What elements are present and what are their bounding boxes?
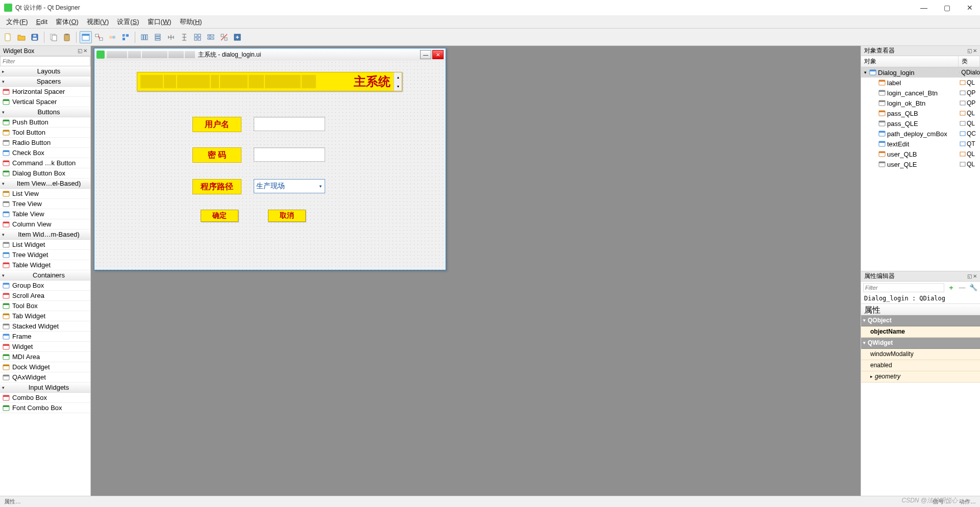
edit-buddies-button[interactable] xyxy=(106,31,118,43)
widget-item[interactable]: Command …k Button xyxy=(0,158,90,168)
widget-item[interactable]: Tool Box xyxy=(0,301,90,311)
window-close-button[interactable]: ✕ xyxy=(964,4,976,12)
widget-item[interactable]: Push Button xyxy=(0,117,90,128)
property-table[interactable]: ▾QObjectobjectName▾QWidgetwindowModality… xyxy=(861,315,980,496)
widget-category[interactable]: ▾Containers xyxy=(0,270,90,281)
path-combobox[interactable]: 生产现场 ▼ xyxy=(254,179,325,193)
inspector-col-class[interactable]: 类 xyxy=(959,56,980,67)
user-input[interactable] xyxy=(254,117,325,131)
widget-item[interactable]: Dialog Button Box xyxy=(0,168,90,179)
layout-form-button[interactable] xyxy=(205,31,217,43)
widget-category[interactable]: ▾Buttons xyxy=(0,107,90,117)
paste-button[interactable] xyxy=(61,31,73,43)
status-action[interactable]: 动作… xyxy=(959,498,976,505)
object-row[interactable]: login_cancel_BtnQP xyxy=(861,88,980,98)
dock-float-icon[interactable]: ◱ xyxy=(967,48,972,54)
cancel-button[interactable]: 取消 xyxy=(268,210,306,222)
pass-label[interactable]: 密 码 xyxy=(192,147,241,163)
form-canvas[interactable]: 主系统 ▴▾ 用户名 密 码 程序路径 生产现场 ▼ 确定 取消 xyxy=(94,61,446,270)
edit-tab-order-button[interactable]: 1 xyxy=(119,31,132,43)
layout-grid-button[interactable] xyxy=(191,31,204,43)
scroll-up-icon[interactable]: ▴ xyxy=(394,72,402,82)
widget-category[interactable]: ▾Input Widgets xyxy=(0,383,90,393)
widget-item[interactable]: Tool Button xyxy=(0,128,90,138)
object-row[interactable]: user_QLBQL xyxy=(861,149,980,159)
form-close-button[interactable]: ✕ xyxy=(432,50,444,59)
widget-list[interactable]: ▸Layouts▾SpacersHorizontal SpacerVertica… xyxy=(0,66,90,496)
prop-group[interactable]: ▾QObject xyxy=(861,315,980,326)
menu-文件[interactable]: 文件(F) xyxy=(2,16,32,28)
save-file-button[interactable] xyxy=(29,31,41,43)
widget-category[interactable]: ▾Item Wid…m-Based) xyxy=(0,230,90,240)
prop-row[interactable]: ▸geometry xyxy=(861,371,980,383)
widget-box-filter-input[interactable] xyxy=(0,56,90,66)
remove-property-button[interactable]: — xyxy=(958,283,967,292)
widget-item[interactable]: Frame xyxy=(0,332,90,342)
widget-item[interactable]: Scroll Area xyxy=(0,291,90,301)
object-row[interactable]: login_ok_BtnQP xyxy=(861,98,980,108)
new-file-button[interactable] xyxy=(2,31,14,43)
layout-hsplit-button[interactable] xyxy=(165,31,177,43)
widget-item[interactable]: Font Combo Box xyxy=(0,403,90,413)
form-minimize-button[interactable]: — xyxy=(420,50,431,59)
layout-horizontal-button[interactable] xyxy=(138,31,151,43)
ok-button[interactable]: 确定 xyxy=(201,210,238,222)
widget-item[interactable]: List View xyxy=(0,189,90,199)
break-layout-button[interactable] xyxy=(218,31,230,43)
widget-item[interactable]: Tree Widget xyxy=(0,250,90,260)
open-file-button[interactable] xyxy=(15,31,28,43)
widget-category[interactable]: ▾Item View…el-Based) xyxy=(0,179,90,189)
design-canvas[interactable]: 主系统 - dialog_login.ui — ✕ 主系统 ▴▾ xyxy=(91,46,861,496)
scroll-down-icon[interactable]: ▾ xyxy=(394,82,402,91)
window-maximize-button[interactable]: ▢ xyxy=(941,4,953,12)
menu-窗口[interactable]: 窗口(W) xyxy=(143,16,176,28)
widget-item[interactable]: Table View xyxy=(0,209,90,219)
prop-group[interactable]: ▾QWidget xyxy=(861,338,980,349)
widget-item[interactable]: Check Box xyxy=(0,148,90,158)
widget-item[interactable]: QAxWidget xyxy=(0,372,90,383)
dock-close-icon[interactable]: ✕ xyxy=(973,48,977,54)
widget-item[interactable]: Table Widget xyxy=(0,260,90,270)
widget-item[interactable]: Column View xyxy=(0,219,90,230)
object-row[interactable]: pass_QLEQL xyxy=(861,118,980,129)
copy-button[interactable] xyxy=(47,31,60,43)
prop-row[interactable]: windowModality xyxy=(861,349,980,360)
path-label[interactable]: 程序路径 xyxy=(192,179,241,194)
widget-item[interactable]: Tree View xyxy=(0,199,90,209)
widget-item[interactable]: List Widget xyxy=(0,240,90,250)
layout-vertical-button[interactable] xyxy=(152,31,164,43)
widget-item[interactable]: Tab Widget xyxy=(0,311,90,321)
widget-item[interactable]: Dock Widget xyxy=(0,362,90,372)
menu-窗体[interactable]: 窗体(O) xyxy=(52,16,83,28)
edit-signals-button[interactable] xyxy=(93,31,105,43)
object-tree[interactable]: ▾Dialog_loginQDialolabelQLlogin_cancel_B… xyxy=(861,67,980,271)
widget-category[interactable]: ▾Spacers xyxy=(0,77,90,87)
dock-float-icon[interactable]: ◱ xyxy=(78,48,82,54)
edit-widgets-mode-button[interactable] xyxy=(80,31,92,43)
object-row[interactable]: ▾Dialog_loginQDialo xyxy=(861,67,980,78)
prop-col-name[interactable]: 属性 xyxy=(861,304,980,315)
dock-close-icon[interactable]: ✕ xyxy=(973,273,977,279)
widget-item[interactable]: Vertical Spacer xyxy=(0,97,90,107)
widget-item[interactable]: Widget xyxy=(0,342,90,352)
widget-item[interactable]: Combo Box xyxy=(0,393,90,403)
widget-item[interactable]: Horizontal Spacer xyxy=(0,87,90,97)
object-row[interactable]: labelQL xyxy=(861,78,980,88)
pass-input[interactable] xyxy=(254,147,325,162)
add-property-button[interactable]: ＋ xyxy=(946,283,955,292)
window-minimize-button[interactable]: — xyxy=(917,4,930,12)
prop-row[interactable]: enabled xyxy=(861,360,980,371)
object-row[interactable]: textEditQT xyxy=(861,139,980,149)
widget-item[interactable]: Stacked Widget xyxy=(0,321,90,332)
form-window[interactable]: 主系统 - dialog_login.ui — ✕ 主系统 ▴▾ xyxy=(94,48,446,270)
object-row[interactable]: user_QLEQL xyxy=(861,159,980,169)
menu-Edit[interactable]: Edit xyxy=(32,16,52,27)
widget-category[interactable]: ▸Layouts xyxy=(0,66,90,77)
property-filter-input[interactable] xyxy=(863,283,944,292)
menu-设置[interactable]: 设置(S) xyxy=(113,16,143,28)
widget-item[interactable]: Group Box xyxy=(0,281,90,291)
object-row[interactable]: pass_QLBQL xyxy=(861,108,980,118)
widget-item[interactable]: Radio Button xyxy=(0,138,90,148)
widget-item[interactable]: MDI Area xyxy=(0,352,90,362)
menu-帮助[interactable]: 帮助(H) xyxy=(176,16,206,28)
